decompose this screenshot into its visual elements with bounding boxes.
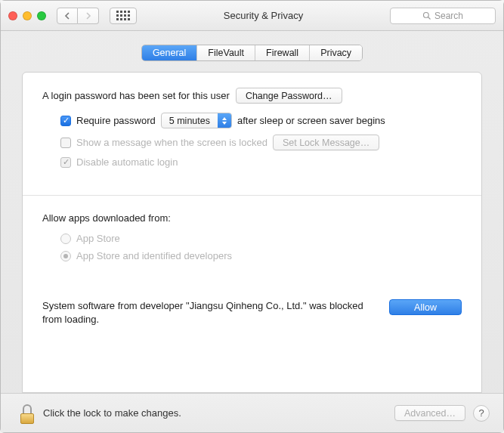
allow-button[interactable]: Allow <box>389 299 462 315</box>
footer: Click the lock to make changes. Advanced… <box>1 393 503 432</box>
require-password-delay-select[interactable]: 5 minutes <box>161 113 232 128</box>
titlebar: Security & Privacy Search <box>1 1 503 31</box>
set-lock-message-button: Set Lock Message… <box>273 135 379 150</box>
svg-point-0 <box>423 12 428 17</box>
login-heading: A login password has been set for this u… <box>42 90 230 101</box>
tab-filevault[interactable]: FileVault <box>196 45 255 60</box>
blocked-software-row: System software from developer "Jiangsu … <box>42 299 462 326</box>
search-placeholder: Search <box>434 11 463 21</box>
chevron-right-icon <box>85 12 91 20</box>
forward-button[interactable] <box>78 8 99 24</box>
tab-bar: General FileVault Firewall Privacy <box>141 45 363 61</box>
after-sleep-label: after sleep or screen saver begins <box>237 115 385 126</box>
chevron-left-icon <box>64 12 71 20</box>
disable-auto-login-label: Disable automatic login <box>76 156 178 168</box>
nav-buttons <box>57 8 99 24</box>
apps-grid-icon <box>116 11 130 20</box>
search-icon <box>422 11 431 20</box>
back-button[interactable] <box>57 8 78 24</box>
section-divider <box>23 195 481 196</box>
gatekeeper-appstore-radio[interactable] <box>60 234 71 244</box>
require-password-label: Require password <box>76 115 156 126</box>
disable-auto-login-checkbox[interactable] <box>60 157 71 168</box>
gatekeeper-appstore-row: App Store <box>60 233 462 244</box>
security-privacy-window: Security & Privacy Search General FileVa… <box>0 0 504 433</box>
window-title: Security & Privacy <box>143 10 384 21</box>
tab-general[interactable]: General <box>142 45 196 60</box>
svg-line-1 <box>428 17 430 19</box>
login-heading-row: A login password has been set for this u… <box>42 88 462 104</box>
disable-auto-login-row: Disable automatic login <box>60 156 462 168</box>
advanced-button[interactable]: Advanced… <box>394 405 465 421</box>
general-pane: A login password has been set for this u… <box>22 72 482 393</box>
show-all-prefs-button[interactable] <box>110 8 137 24</box>
tab-privacy[interactable]: Privacy <box>309 45 362 60</box>
zoom-window-button[interactable] <box>37 11 46 20</box>
tab-firewall[interactable]: Firewall <box>255 45 309 60</box>
lock-shackle-icon <box>23 404 32 413</box>
search-input[interactable]: Search <box>390 8 496 24</box>
gatekeeper-identified-label: App Store and identified developers <box>76 250 232 261</box>
lock-button[interactable] <box>19 403 36 424</box>
change-password-button[interactable]: Change Password… <box>236 88 342 104</box>
require-password-row: Require password 5 minutes after sleep o… <box>60 113 462 128</box>
show-message-label: Show a message when the screen is locked <box>76 137 267 148</box>
gatekeeper-identified-row: App Store and identified developers <box>60 250 462 261</box>
gatekeeper-radio-group: App Store App Store and identified devel… <box>60 233 462 261</box>
select-stepper-icon <box>218 113 231 128</box>
window-controls <box>8 11 46 20</box>
lock-hint-text: Click the lock to make changes. <box>43 407 387 419</box>
blocked-software-message: System software from developer "Jiangsu … <box>42 299 374 326</box>
require-password-delay-value: 5 minutes <box>169 116 210 126</box>
gatekeeper-heading: Allow apps downloaded from: <box>42 212 462 224</box>
lock-body-icon <box>20 413 34 424</box>
minimize-window-button[interactable] <box>23 11 32 20</box>
show-message-checkbox[interactable] <box>60 138 71 148</box>
gatekeeper-identified-radio[interactable] <box>60 251 71 261</box>
login-options: Require password 5 minutes after sleep o… <box>60 113 462 168</box>
show-message-row: Show a message when the screen is locked… <box>60 135 462 150</box>
content-area: General FileVault Firewall Privacy A log… <box>1 31 503 393</box>
gatekeeper-appstore-label: App Store <box>76 233 120 244</box>
help-button[interactable]: ? <box>473 405 490 422</box>
require-password-checkbox[interactable] <box>60 116 71 126</box>
close-window-button[interactable] <box>8 11 17 20</box>
